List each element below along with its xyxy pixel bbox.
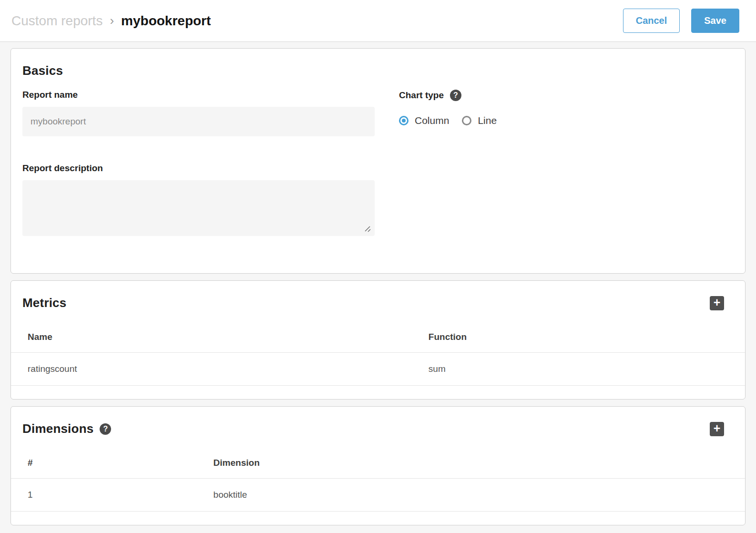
chart-type-header: Chart type ? [399,90,734,101]
cancel-button[interactable]: Cancel [623,9,680,33]
metric-function-cell: sum [412,353,745,386]
breadcrumb: Custom reports › mybookreport [11,13,211,29]
dimension-index-cell: 1 [11,479,197,512]
metrics-col-function: Function [412,322,745,353]
chart-type-radio-group: Column Line [399,115,734,126]
metrics-col-name: Name [11,322,412,353]
add-dimension-button[interactable]: + [710,422,724,436]
basics-form-left: Report name Report description [22,90,375,236]
report-description-input[interactable] [22,180,375,236]
basics-title: Basics [22,63,734,78]
dimensions-col-dimension: Dimension [197,448,745,479]
basics-card: Basics Report name Report description [10,48,746,274]
save-button[interactable]: Save [691,9,739,33]
radio-line-label: Line [478,115,497,126]
dimensions-card: Dimensions ? + # Dimension 1 booktitle [10,406,746,525]
radio-unselected-icon [463,117,470,124]
chart-type-radio-column[interactable]: Column [399,115,449,126]
main-content: Basics Report name Report description [0,42,756,525]
dimensions-title: Dimensions [22,421,93,436]
dimensions-title-wrap: Dimensions ? [22,421,111,436]
report-name-label: Report name [22,90,375,100]
report-description-wrap [22,180,375,236]
metric-name-cell: ratingscount [11,353,412,386]
breadcrumb-chevron-icon: › [110,13,114,28]
page-header: Custom reports › mybookreport Cancel Sav… [0,0,756,42]
radio-selected-icon [400,117,407,124]
dimensions-card-header: Dimensions ? + [11,407,745,448]
dimensions-help-icon[interactable]: ? [100,423,111,435]
report-name-input[interactable] [22,107,375,136]
dimensions-table: # Dimension 1 booktitle [11,448,745,512]
chart-type-label: Chart type [399,90,444,101]
dimensions-table-row[interactable]: 1 booktitle [11,479,745,512]
dimensions-col-index: # [11,448,197,479]
metrics-table-header-row: Name Function [11,322,745,353]
dimension-name-cell: booktitle [197,479,745,512]
header-actions: Cancel Save [623,9,739,33]
chart-type-help-icon[interactable]: ? [450,90,461,101]
add-metric-button[interactable]: + [710,296,724,310]
breadcrumb-parent-link[interactable]: Custom reports [11,13,102,29]
dimensions-table-header-row: # Dimension [11,448,745,479]
report-description-label: Report description [22,163,375,174]
breadcrumb-current: mybookreport [121,13,211,29]
metrics-table-row[interactable]: ratingscount sum [11,353,745,386]
metrics-title: Metrics [22,296,66,310]
chart-type-radio-line[interactable]: Line [462,115,497,126]
radio-column-label: Column [415,115,449,126]
chart-type-section: Chart type ? Column Line [399,90,734,236]
metrics-table: Name Function ratingscount sum [11,322,745,386]
metrics-card-header: Metrics + [11,281,745,322]
metrics-card: Metrics + Name Function ratingscount sum [10,280,746,400]
basics-form: Report name Report description Chart typ… [22,90,734,236]
metrics-title-wrap: Metrics [22,296,66,310]
